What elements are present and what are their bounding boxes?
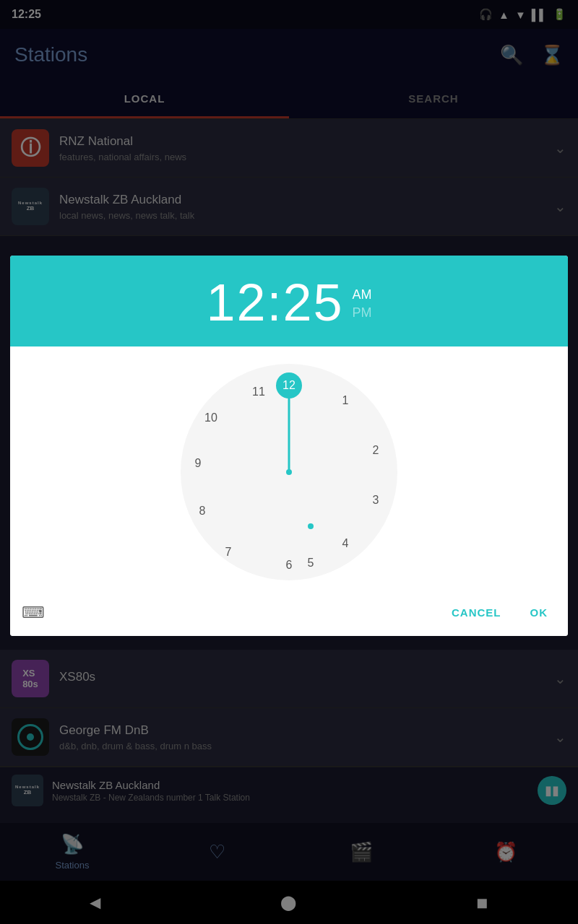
clock-number-1[interactable]: 1 xyxy=(332,388,358,414)
hours-display[interactable]: 12 xyxy=(206,274,267,331)
pm-label[interactable]: PM xyxy=(353,305,372,321)
cancel-button[interactable]: CANCEL xyxy=(443,601,510,624)
time-picker-dialog: 12:25 AM PM 12 1 2 3 4 5 6 xyxy=(10,256,568,636)
clock-number-11[interactable]: 11 xyxy=(246,379,272,405)
time-separator: : xyxy=(267,274,282,331)
minutes-display[interactable]: 25 xyxy=(283,274,344,331)
time-picker-header: 12:25 AM PM xyxy=(10,256,568,346)
am-pm-group: AM PM xyxy=(353,287,372,321)
minute-dot xyxy=(308,523,314,529)
dialog-actions: ⌨ CANCEL OK xyxy=(10,592,568,636)
clock-hand xyxy=(288,393,290,472)
clock-number-6[interactable]: 6 xyxy=(276,552,302,578)
am-label[interactable]: AM xyxy=(353,287,372,302)
clock-number-7[interactable]: 7 xyxy=(215,539,241,565)
clock-container: 12 1 2 3 4 5 6 7 8 9 10 11 xyxy=(10,346,568,592)
time-display: 12:25 xyxy=(206,273,343,332)
clock-center xyxy=(286,469,292,475)
clock-number-9[interactable]: 9 xyxy=(185,450,211,476)
dialog-buttons: CANCEL OK xyxy=(443,601,556,624)
ok-button[interactable]: OK xyxy=(522,601,557,624)
clock-number-10[interactable]: 10 xyxy=(198,405,224,431)
clock-number-2[interactable]: 2 xyxy=(363,437,389,463)
keyboard-icon[interactable]: ⌨ xyxy=(22,603,45,622)
clock-face: 12 1 2 3 4 5 6 7 8 9 10 11 xyxy=(181,364,397,580)
clock-number-12[interactable]: 12 xyxy=(276,372,302,398)
clock-number-8[interactable]: 8 xyxy=(189,498,215,524)
clock-number-3[interactable]: 3 xyxy=(363,487,389,513)
clock-number-4[interactable]: 4 xyxy=(332,531,358,557)
